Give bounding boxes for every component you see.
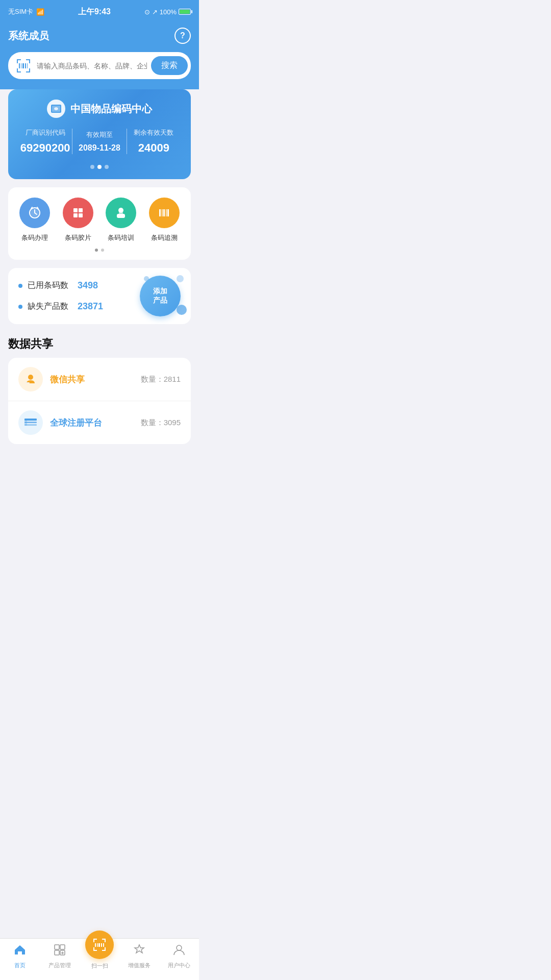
svg-rect-24 <box>73 208 78 212</box>
menu-label-barcode-training: 条码培训 <box>108 233 134 242</box>
data-share-section-title: 数据共享 <box>0 332 199 358</box>
global-registry-count: 数量：3095 <box>141 418 181 428</box>
wechat-share-count: 数量：2811 <box>141 375 181 384</box>
search-input[interactable] <box>37 62 147 70</box>
wechat-share-name: 微信共享 <box>50 374 141 385</box>
svg-rect-26 <box>73 213 78 217</box>
menu-pagination <box>13 249 186 252</box>
svg-rect-34 <box>166 209 167 216</box>
banner-title: 中国物品编码中心 <box>70 102 152 116</box>
missing-product-label: 缺失产品数 <box>28 301 68 312</box>
svg-rect-25 <box>79 208 83 212</box>
wechat-share-icon <box>18 367 43 391</box>
svg-rect-33 <box>163 209 165 216</box>
svg-rect-41 <box>24 419 27 426</box>
barcode-scan-icon[interactable] <box>14 57 33 75</box>
menu-dot-2[interactable] <box>101 249 104 252</box>
training-icon <box>106 198 136 228</box>
banner-logo <box>47 100 65 118</box>
stats-card: 已用条码数 3498 缺失产品数 23871 添加 产品 <box>8 268 191 324</box>
status-bar: 无SIM卡 📶 上午9:43 ⊙ ↗ 100% <box>0 0 199 22</box>
grid-icon <box>63 198 93 228</box>
stat-remaining-days: 剩余有效天数 24009 <box>127 128 181 155</box>
menu-item-barcode-trace[interactable]: 条码追溯 <box>146 198 182 242</box>
svg-point-28 <box>118 208 123 213</box>
status-right: ⊙ ↗ 100% <box>144 8 191 16</box>
svg-rect-7 <box>29 68 30 72</box>
global-registry-item[interactable]: 全球注册平台 数量：3095 <box>8 401 191 444</box>
svg-rect-31 <box>159 209 161 216</box>
help-button[interactable]: ? <box>174 28 191 44</box>
svg-rect-9 <box>21 63 21 68</box>
svg-rect-1 <box>17 59 18 63</box>
global-registry-name: 全球注册平台 <box>50 417 141 429</box>
global-registry-info: 全球注册平台 <box>50 417 141 429</box>
add-product-button[interactable]: 添加 产品 <box>140 276 181 316</box>
svg-rect-5 <box>17 68 18 72</box>
quick-menu: 条码办理 条码胶片 <box>8 187 191 260</box>
barcode-icon <box>149 198 180 228</box>
banner-pagination <box>18 165 181 169</box>
alarm-icon <box>19 198 50 228</box>
svg-rect-32 <box>162 209 163 216</box>
banner-dot-2[interactable] <box>97 165 102 169</box>
wechat-share-info: 微信共享 <box>50 374 141 385</box>
menu-item-barcode-training[interactable]: 条码培训 <box>103 198 139 242</box>
banner-dot-3[interactable] <box>105 165 109 169</box>
svg-rect-11 <box>25 63 26 68</box>
svg-rect-3 <box>29 59 30 63</box>
search-button[interactable]: 搜索 <box>151 56 188 75</box>
menu-item-barcode-apply[interactable]: 条码办理 <box>17 198 53 242</box>
menu-item-barcode-film[interactable]: 条码胶片 <box>60 198 96 242</box>
svg-rect-17 <box>57 108 58 110</box>
svg-rect-10 <box>22 63 24 68</box>
svg-rect-37 <box>26 382 30 383</box>
global-registry-icon <box>18 410 43 435</box>
svg-rect-8 <box>19 63 20 68</box>
menu-items: 条码办理 条码胶片 <box>13 198 186 242</box>
wechat-share-item[interactable]: 微信共享 数量：2811 <box>8 358 191 401</box>
search-bar: 搜索 <box>8 52 191 79</box>
menu-label-barcode-apply: 条码办理 <box>21 233 48 242</box>
banner-header: 中国物品编码中心 <box>18 100 181 118</box>
banner-card: 中国物品编码中心 厂商识别代码 69290200 有效期至 2089-11-28… <box>8 89 191 179</box>
used-barcode-value: 3498 <box>78 280 98 291</box>
banner-stats: 厂商识别代码 69290200 有效期至 2089-11-28 剩余有效天数 2… <box>18 128 181 155</box>
svg-rect-27 <box>79 213 83 217</box>
banner-dot-1[interactable] <box>90 165 94 169</box>
used-barcode-label: 已用条码数 <box>28 280 68 291</box>
stat-manufacturer-code: 厂商识别代码 69290200 <box>18 128 72 155</box>
page-title: 系统成员 <box>8 29 49 43</box>
status-time: 上午9:43 <box>78 7 111 17</box>
menu-label-barcode-trace: 条码追溯 <box>151 233 178 242</box>
svg-rect-30 <box>119 212 123 214</box>
header: 系统成员 ? <box>0 22 199 52</box>
battery-icon <box>179 9 191 15</box>
svg-rect-29 <box>117 214 125 218</box>
status-carrier: 无SIM卡 📶 <box>8 7 44 16</box>
menu-dot-1[interactable] <box>95 249 98 252</box>
svg-rect-35 <box>167 209 169 216</box>
svg-rect-16 <box>54 108 55 110</box>
search-container: 搜索 <box>0 52 199 89</box>
svg-point-36 <box>28 375 33 380</box>
stat-expiry-date: 有效期至 2089-11-28 <box>72 130 126 153</box>
data-share-card: 微信共享 数量：2811 全球注册平台 数量：3095 <box>8 358 191 444</box>
svg-rect-12 <box>27 63 28 68</box>
menu-label-barcode-film: 条码胶片 <box>65 233 91 242</box>
missing-product-value: 23871 <box>78 301 103 312</box>
